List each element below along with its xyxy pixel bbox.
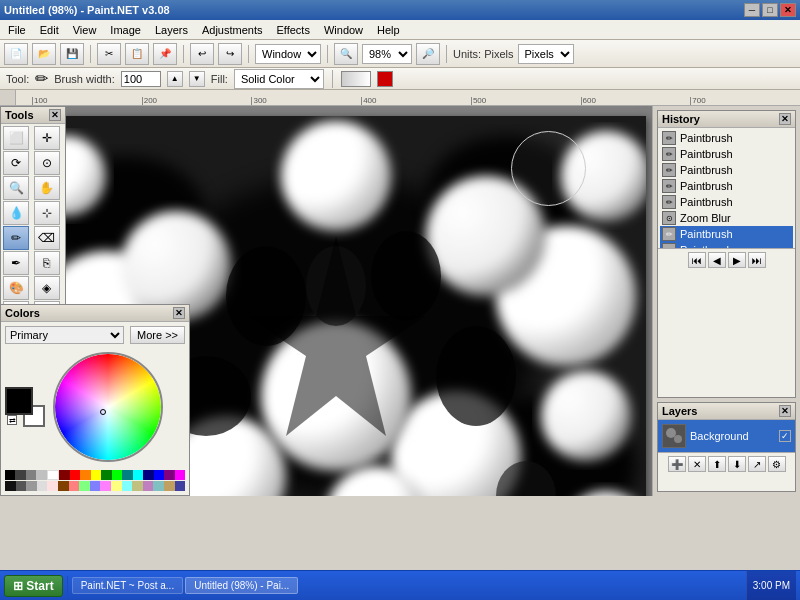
palette-swatch[interactable] (58, 481, 69, 491)
zoom-out-button[interactable]: 🔍 (334, 43, 358, 65)
layer-properties-button[interactable]: ⚙ (768, 456, 786, 472)
delete-layer-button[interactable]: ✕ (688, 456, 706, 472)
taskbar-app-1[interactable]: Paint.NET ~ Post a... (72, 577, 183, 594)
palette-swatch[interactable] (100, 481, 111, 491)
add-layer-button[interactable]: ➕ (668, 456, 686, 472)
palette-swatch[interactable] (5, 481, 16, 491)
colors-close-button[interactable]: ✕ (173, 307, 185, 319)
color-picker-tool[interactable]: 💧 (3, 201, 29, 225)
gradient-tool[interactable]: ◈ (34, 276, 60, 300)
palette-swatch[interactable] (26, 481, 37, 491)
undo-button[interactable]: ↩ (190, 43, 214, 65)
minimize-button[interactable]: ─ (744, 3, 760, 17)
palette-swatch[interactable] (143, 481, 154, 491)
history-next-button[interactable]: ▶ (728, 252, 746, 268)
window-select[interactable]: Window (255, 44, 321, 64)
palette-swatch[interactable] (70, 470, 80, 480)
palette-swatch[interactable] (91, 470, 101, 480)
list-item[interactable]: ✏ Paintbrush (660, 226, 793, 242)
menu-help[interactable]: Help (371, 22, 406, 38)
start-button[interactable]: ⊞ Start (4, 575, 63, 597)
redo-button[interactable]: ↪ (218, 43, 242, 65)
move-selection-tool[interactable]: ✛ (34, 126, 60, 150)
layer-visible-toggle[interactable]: ✓ (779, 430, 791, 442)
palette-swatch[interactable] (112, 470, 122, 480)
palette-swatch[interactable] (36, 470, 46, 480)
menu-adjustments[interactable]: Adjustments (196, 22, 269, 38)
clone-stamp-tool[interactable]: ⎘ (34, 251, 60, 275)
rectangle-select-tool[interactable]: ⬜ (3, 126, 29, 150)
pencil-tool[interactable]: ✒ (3, 251, 29, 275)
palette-swatch[interactable] (164, 470, 174, 480)
palette-swatch[interactable] (111, 481, 122, 491)
palette-swatch[interactable] (16, 481, 27, 491)
color-mode-select[interactable]: Primary Secondary (5, 326, 124, 344)
list-item[interactable]: Background ✓ (658, 420, 795, 452)
menu-edit[interactable]: Edit (34, 22, 65, 38)
menu-view[interactable]: View (67, 22, 103, 38)
palette-swatch[interactable] (47, 470, 59, 480)
layers-close-button[interactable]: ✕ (779, 405, 791, 417)
palette-swatch[interactable] (15, 470, 25, 480)
menu-image[interactable]: Image (104, 22, 147, 38)
menu-file[interactable]: File (2, 22, 32, 38)
palette-swatch[interactable] (47, 481, 58, 491)
close-button[interactable]: ✕ (780, 3, 796, 17)
swap-colors-button[interactable]: ⇄ (7, 415, 17, 425)
copy-button[interactable]: 📋 (125, 43, 149, 65)
history-prev-button[interactable]: ◀ (708, 252, 726, 268)
palette-swatch[interactable] (69, 481, 80, 491)
history-first-button[interactable]: ⏮ (688, 252, 706, 268)
taskbar-app-2[interactable]: Untitled (98%) - Pai... (185, 577, 298, 594)
magic-wand-tool[interactable]: ⊹ (34, 201, 60, 225)
list-item[interactable]: ✏ Paintbrush (660, 178, 793, 194)
list-item[interactable]: ⊙ Zoom Blur (660, 210, 793, 226)
new-button[interactable]: 📄 (4, 43, 28, 65)
brush-width-up[interactable]: ▲ (167, 71, 183, 87)
palette-swatch[interactable] (154, 470, 164, 480)
tools-close-button[interactable]: ✕ (49, 109, 61, 121)
palette-swatch[interactable] (133, 470, 143, 480)
palette-swatch[interactable] (122, 470, 132, 480)
paintbrush-tool[interactable]: ✏ (3, 226, 29, 250)
maximize-button[interactable]: □ (762, 3, 778, 17)
palette-swatch[interactable] (153, 481, 164, 491)
palette-swatch[interactable] (143, 470, 153, 480)
more-colors-button[interactable]: More >> (130, 326, 185, 344)
palette-swatch[interactable] (90, 481, 101, 491)
primary-color-swatch[interactable] (5, 387, 33, 415)
fill-select[interactable]: Solid Color (234, 69, 324, 89)
palette-swatch[interactable] (59, 470, 69, 480)
list-item[interactable]: ✏ Paintbrush (660, 194, 793, 210)
palette-swatch[interactable] (5, 470, 15, 480)
layer-down-button[interactable]: ⬇ (728, 456, 746, 472)
list-item[interactable]: ✏ Paintbrush (660, 130, 793, 146)
palette-swatch[interactable] (37, 481, 48, 491)
save-button[interactable]: 💾 (60, 43, 84, 65)
menu-window[interactable]: Window (318, 22, 369, 38)
menu-effects[interactable]: Effects (271, 22, 316, 38)
brush-width-input[interactable] (121, 71, 161, 87)
paste-button[interactable]: 📌 (153, 43, 177, 65)
palette-swatch[interactable] (164, 481, 175, 491)
brush-width-down[interactable]: ▼ (189, 71, 205, 87)
history-close-button[interactable]: ✕ (779, 113, 791, 125)
color-wheel[interactable] (53, 352, 163, 462)
recolor-tool[interactable]: 🎨 (3, 276, 29, 300)
zoom-in-button[interactable]: 🔎 (416, 43, 440, 65)
lasso-select-tool[interactable]: ⟳ (3, 151, 29, 175)
list-item[interactable]: ✏ Paintbrush (660, 162, 793, 178)
palette-swatch[interactable] (175, 481, 186, 491)
palette-swatch[interactable] (79, 481, 90, 491)
cut-button[interactable]: ✂ (97, 43, 121, 65)
palette-swatch[interactable] (26, 470, 36, 480)
zoom-tool-btn[interactable]: 🔍 (3, 176, 29, 200)
zoom-select[interactable]: 98% (362, 44, 412, 64)
menu-layers[interactable]: Layers (149, 22, 194, 38)
layer-merge-button[interactable]: ↗ (748, 456, 766, 472)
palette-swatch[interactable] (122, 481, 133, 491)
palette-swatch[interactable] (80, 470, 90, 480)
palette-swatch[interactable] (132, 481, 143, 491)
layer-up-button[interactable]: ⬆ (708, 456, 726, 472)
palette-swatch[interactable] (101, 470, 111, 480)
